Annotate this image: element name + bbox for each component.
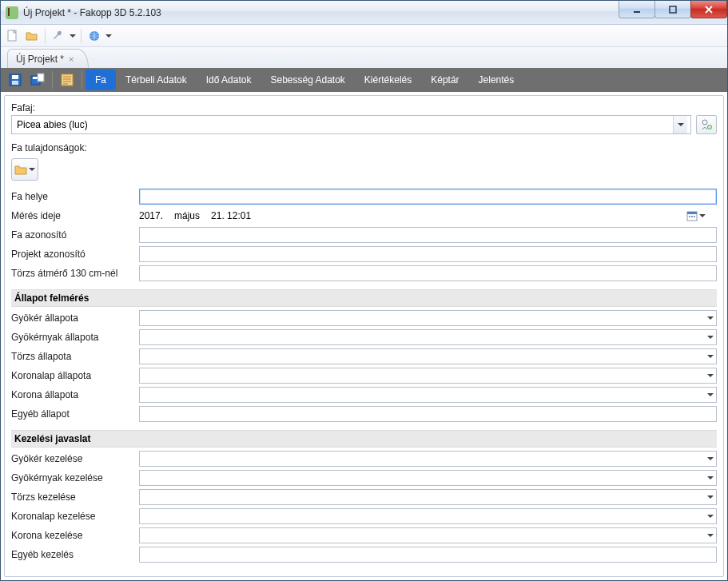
tab-kiertekeles[interactable]: Kiértékelés	[355, 70, 421, 90]
input-egyeb-kezeles[interactable]	[139, 547, 717, 563]
dropdown-gyoker-kezeles[interactable]	[139, 451, 717, 467]
tab-label: Képtár	[431, 74, 459, 86]
field	[139, 348, 717, 364]
date-year: 2017.	[139, 210, 163, 221]
form-area: Fafaj: Fa tulajdonságok: Fa h	[5, 96, 723, 572]
input-fa-azonosito[interactable]	[139, 227, 717, 243]
section-kezeles: Kezelési javaslat	[11, 430, 717, 448]
row-gyokernyak-allapot: Gyökérnyak állapota	[11, 328, 717, 347]
field-meres-ideje[interactable]: 2017. május 21. 12:01	[139, 208, 717, 224]
dropdown-torzs-allapot[interactable]	[139, 348, 717, 364]
dropdown-gyokernyak-allapot[interactable]	[139, 329, 717, 345]
minimize-button[interactable]	[619, 1, 655, 18]
dropdown-gyoker-allapot[interactable]	[139, 310, 717, 326]
properties-toolbar	[11, 158, 717, 181]
fafaj-combo[interactable]	[11, 115, 691, 134]
date-display[interactable]: 2017. május 21. 12:01	[139, 208, 717, 224]
label: Törzs állapota	[11, 351, 139, 362]
app-icon	[6, 6, 18, 19]
kezeles-grid: Gyökér kezelése Gyökérnyak kezelése Törz…	[11, 449, 717, 564]
tab-jelentes[interactable]: Jelentés	[469, 70, 524, 90]
svg-point-11	[702, 120, 707, 125]
date-picker-button[interactable]	[686, 210, 717, 221]
document-tab-area: Új Projekt * ×	[1, 47, 727, 68]
window-buttons	[619, 1, 727, 24]
chevron-down-icon	[707, 374, 714, 377]
row-egyeb-kezeles: Egyéb kezelés	[11, 545, 717, 564]
row-gyokernyak-kezeles: Gyökérnyak kezelése	[11, 468, 717, 487]
chevron-down-icon	[29, 168, 35, 171]
input-egyeb-allapot[interactable]	[139, 406, 717, 422]
row-koronalap-allapot: Koronalap állapota	[11, 366, 717, 385]
field-torzs-atmero	[139, 265, 717, 281]
dropdown-gyokernyak-kezeles[interactable]	[139, 470, 717, 486]
field	[139, 329, 717, 345]
row-gyoker-allapot: Gyökér állapota	[11, 308, 717, 328]
chevron-down-icon	[707, 336, 714, 339]
dropdown-koronalap-kezeles[interactable]	[139, 508, 717, 524]
row-korona-allapot: Korona állapota	[11, 385, 717, 404]
row-korona-kezeles: Korona kezelése	[11, 526, 717, 545]
chevron-down-icon	[699, 214, 706, 217]
close-tab-icon[interactable]: ×	[69, 54, 74, 64]
svg-rect-14	[687, 212, 697, 214]
tab-terbeli[interactable]: Térbeli Adatok	[116, 70, 197, 90]
label: Törzs kezelése	[11, 491, 139, 503]
chevron-down-icon	[707, 476, 714, 480]
date-daytime: 21. 12:01	[211, 210, 251, 221]
dropdown-korona-allapot[interactable]	[139, 387, 717, 403]
tab-fa[interactable]: Fa	[86, 70, 116, 90]
chevron-down-icon	[707, 534, 714, 537]
document-tab[interactable]: Új Projekt * ×	[7, 49, 89, 68]
field-projekt-azonosito	[139, 246, 717, 262]
open-project-button[interactable]	[23, 27, 41, 45]
properties-folder-button[interactable]	[11, 158, 38, 181]
new-file-icon	[6, 30, 19, 42]
allapot-grid: Gyökér állapota Gyökérnyak állapota Törz…	[11, 308, 717, 424]
date-month: május	[174, 210, 200, 221]
input-projekt-azonosito[interactable]	[139, 246, 717, 262]
save-as-button[interactable]	[26, 69, 49, 91]
label: Koronalap kezelése	[11, 511, 139, 522]
field	[139, 387, 717, 403]
close-button[interactable]	[690, 1, 727, 18]
label-fa-helye: Fa helye	[11, 191, 139, 202]
help-dropdown[interactable]	[105, 34, 113, 38]
tab-sebesseg[interactable]: Sebesség Adatok	[261, 70, 354, 90]
row-fa-azonosito: Fa azonosító	[11, 225, 717, 245]
row-torzs-allapot: Törzs állapota	[11, 347, 717, 366]
tab-keptar[interactable]: Képtár	[421, 70, 468, 90]
svg-rect-16	[691, 216, 693, 217]
input-torzs-atmero[interactable]	[139, 265, 717, 281]
tab-label: Térbeli Adatok	[125, 74, 187, 86]
fatul-label: Fa tulajdonságok:	[11, 142, 717, 153]
settings-button[interactable]	[50, 27, 67, 45]
row-meres-ideje: Mérés ideje 2017. május 21. 12:01	[11, 206, 717, 225]
dropdown-korona-kezeles[interactable]	[139, 527, 717, 543]
dropdown-torzs-kezeles[interactable]	[139, 489, 717, 505]
settings-dropdown[interactable]	[69, 34, 77, 38]
dropdown-koronalap-allapot[interactable]	[139, 368, 717, 384]
fafaj-input[interactable]	[15, 118, 673, 131]
help-button[interactable]	[86, 27, 103, 45]
fafaj-add-button[interactable]	[696, 115, 717, 134]
calendar-icon	[686, 210, 698, 221]
field	[139, 508, 717, 524]
label-fa-azonosito: Fa azonosító	[11, 229, 139, 241]
save-icon	[8, 73, 22, 87]
chevron-down-icon	[707, 316, 714, 320]
save-button[interactable]	[4, 69, 26, 91]
list-button[interactable]	[56, 69, 78, 91]
document-tab-label: Új Projekt *	[16, 54, 64, 65]
tab-ido[interactable]: Idő Adatok	[197, 70, 261, 90]
label: Gyökérnyak állapota	[11, 332, 139, 343]
chevron-down-icon	[70, 34, 76, 38]
chevron-down-icon	[707, 355, 714, 358]
help-globe-icon	[88, 30, 101, 42]
maximize-button[interactable]	[654, 1, 691, 18]
tab-label: Idő Adatok	[206, 74, 252, 86]
fafaj-dropdown[interactable]	[673, 116, 687, 133]
tab-label: Sebesség Adatok	[270, 74, 344, 86]
new-project-button[interactable]	[4, 27, 22, 45]
input-fa-helye[interactable]	[139, 189, 717, 205]
